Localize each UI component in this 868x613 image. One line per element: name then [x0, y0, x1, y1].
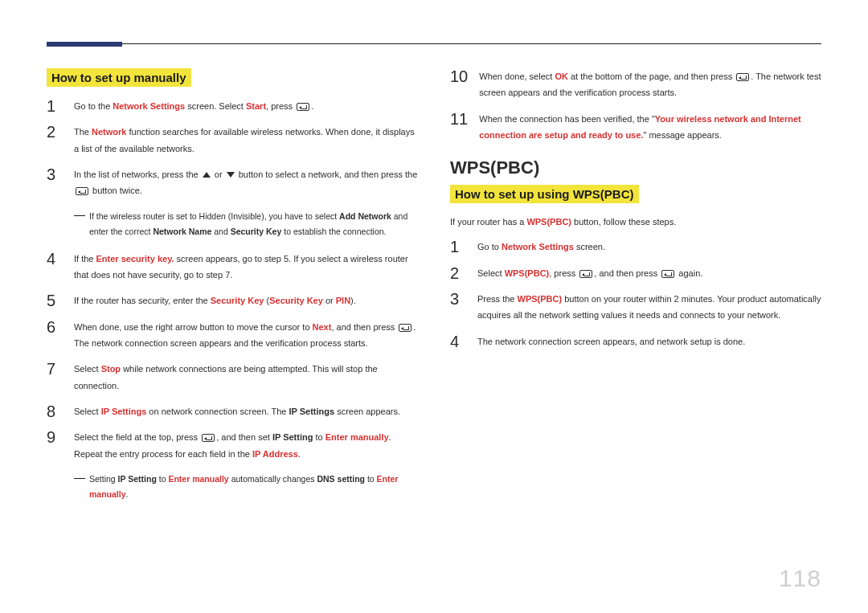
step-11: 11 When the connection has been verified…	[450, 111, 821, 144]
note-ip-setting: Setting IP Setting to Enter manually aut…	[74, 472, 418, 502]
enter-icon	[76, 187, 88, 195]
step-number: 5	[47, 292, 63, 309]
step-6: 6 When done, use the right arrow button …	[47, 319, 418, 352]
page-columns: How to set up manually 1 Go to the Netwo…	[47, 68, 821, 513]
note-body: Setting IP Setting to Enter manually aut…	[89, 472, 418, 502]
enter-icon	[661, 270, 674, 278]
wps-intro: If your router has a WPS(PBC) button, fo…	[450, 215, 821, 231]
step-body: When the connection has been verified, t…	[479, 111, 821, 144]
step-2: 2 The Network function searches for avai…	[47, 124, 418, 157]
enter-icon	[297, 103, 309, 111]
manual-steps: 1 Go to the Network Settings screen. Sel…	[47, 98, 418, 199]
step-body: The network connection screen appears, a…	[477, 333, 821, 349]
step-body: Press the WPS(PBC) button on your router…	[477, 291, 821, 324]
section-heading-wps: How to set up using WPS(PBC)	[450, 185, 639, 203]
note-body: If the wireless router is set to Hidden …	[89, 209, 418, 239]
step-number: 1	[47, 98, 63, 114]
note-dash-icon	[74, 215, 85, 216]
enter-icon	[736, 73, 749, 81]
step-number: 2	[450, 265, 466, 281]
section-heading-manual: How to set up manually	[47, 68, 191, 87]
step-body: If the Enter security key. screen appear…	[74, 251, 418, 284]
step-5: 5 If the router has security, enter the …	[47, 292, 418, 309]
step-body: Go to Network Settings screen.	[477, 239, 821, 255]
wps-title: WPS(PBC)	[450, 157, 821, 178]
step-8: 8 Select IP Settings on network connecti…	[47, 403, 418, 419]
step-body: Select the field at the top, press , and…	[74, 429, 418, 462]
step-3: 3 In the list of networks, press the or …	[47, 166, 418, 199]
step-number: 10	[450, 68, 468, 84]
enter-icon	[579, 270, 592, 278]
step-body: When done, select OK at the bottom of th…	[479, 68, 821, 101]
wps-step-4: 4 The network connection screen appears,…	[450, 333, 821, 349]
step-number: 1	[450, 239, 466, 255]
step-body: When done, use the right arrow button to…	[74, 319, 418, 352]
left-column: How to set up manually 1 Go to the Netwo…	[47, 68, 418, 513]
step-4: 4 If the Enter security key. screen appe…	[47, 251, 418, 284]
wps-step-2: 2 Select WPS(PBC), press , and then pres…	[450, 265, 821, 281]
step-body: Select Stop while network connections ar…	[74, 361, 418, 394]
header-bar	[47, 42, 122, 47]
step-body: In the list of networks, press the or bu…	[74, 166, 418, 199]
note-hidden-router: If the wireless router is set to Hidden …	[74, 209, 418, 239]
step-9: 9 Select the field at the top, press , a…	[47, 429, 418, 462]
manual-steps-right: 10 When done, select OK at the bottom of…	[450, 68, 821, 143]
step-body: Select IP Settings on network connection…	[74, 403, 418, 419]
step-body: If the router has security, enter the Se…	[74, 292, 418, 309]
step-1: 1 Go to the Network Settings screen. Sel…	[47, 98, 418, 114]
wps-step-3: 3 Press the WPS(PBC) button on your rout…	[450, 291, 821, 324]
manual-steps-cont: 4 If the Enter security key. screen appe…	[47, 251, 418, 462]
step-number: 4	[47, 251, 63, 267]
step-number: 3	[47, 166, 63, 182]
step-body: Go to the Network Settings screen. Selec…	[74, 98, 418, 114]
step-number: 3	[450, 291, 466, 307]
step-number: 8	[47, 403, 63, 419]
step-10: 10 When done, select OK at the bottom of…	[450, 68, 821, 101]
header-rule	[47, 43, 821, 44]
down-arrow-icon	[227, 172, 235, 178]
enter-icon	[399, 324, 411, 332]
up-arrow-icon	[203, 172, 211, 178]
step-number: 7	[47, 361, 63, 377]
step-number: 9	[47, 429, 63, 445]
step-body: The Network function searches for availa…	[74, 124, 418, 157]
wps-step-1: 1 Go to Network Settings screen.	[450, 239, 821, 255]
page-number: 118	[779, 565, 821, 592]
note-dash-icon	[74, 478, 85, 479]
step-number: 2	[47, 124, 63, 140]
step-number: 6	[47, 319, 63, 335]
step-number: 11	[450, 111, 468, 127]
wps-steps: 1 Go to Network Settings screen. 2 Selec…	[450, 239, 821, 349]
enter-icon	[202, 434, 215, 442]
step-7: 7 Select Stop while network connections …	[47, 361, 418, 394]
step-number: 4	[450, 333, 466, 349]
right-column: 10 When done, select OK at the bottom of…	[450, 68, 821, 513]
step-body: Select WPS(PBC), press , and then press …	[477, 265, 821, 281]
